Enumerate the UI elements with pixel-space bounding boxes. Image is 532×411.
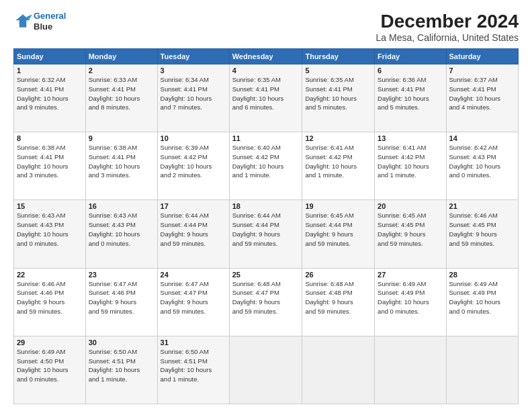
calendar-cell: 28Sunrise: 6:49 AMSunset: 4:49 PMDayligh… bbox=[446, 268, 518, 336]
page-subtitle: La Mesa, California, United States bbox=[376, 32, 519, 43]
col-tuesday: Tuesday bbox=[157, 49, 229, 64]
page: General Blue December 2024 La Mesa, Cali… bbox=[0, 0, 532, 411]
calendar-cell bbox=[375, 336, 446, 404]
day-info: Sunrise: 6:46 AMSunset: 4:46 PMDaylight:… bbox=[17, 279, 83, 316]
calendar-cell: 27Sunrise: 6:49 AMSunset: 4:49 PMDayligh… bbox=[375, 268, 446, 336]
day-info: Sunrise: 6:49 AMSunset: 4:50 PMDaylight:… bbox=[17, 347, 83, 384]
calendar-cell: 16Sunrise: 6:43 AMSunset: 4:43 PMDayligh… bbox=[85, 200, 157, 268]
day-info: Sunrise: 6:34 AMSunset: 4:41 PMDaylight:… bbox=[161, 75, 226, 112]
calendar-cell: 1Sunrise: 6:32 AMSunset: 4:41 PMDaylight… bbox=[14, 64, 86, 132]
day-number: 18 bbox=[232, 202, 300, 210]
calendar-body: 1Sunrise: 6:32 AMSunset: 4:41 PMDaylight… bbox=[14, 64, 519, 404]
day-info: Sunrise: 6:43 AMSunset: 4:43 PMDaylight:… bbox=[89, 211, 154, 248]
day-number: 13 bbox=[378, 134, 443, 142]
col-wednesday: Wednesday bbox=[229, 49, 302, 64]
day-info: Sunrise: 6:35 AMSunset: 4:41 PMDaylight:… bbox=[305, 75, 371, 112]
calendar-cell: 11Sunrise: 6:40 AMSunset: 4:42 PMDayligh… bbox=[229, 132, 302, 200]
day-number: 25 bbox=[232, 271, 300, 279]
col-saturday: Saturday bbox=[446, 49, 518, 64]
week-row-4: 22Sunrise: 6:46 AMSunset: 4:46 PMDayligh… bbox=[14, 268, 519, 336]
calendar-cell: 18Sunrise: 6:44 AMSunset: 4:44 PMDayligh… bbox=[229, 200, 302, 268]
day-info: Sunrise: 6:41 AMSunset: 4:42 PMDaylight:… bbox=[305, 143, 371, 180]
day-number: 17 bbox=[161, 202, 226, 210]
calendar-cell bbox=[302, 336, 375, 404]
calendar-cell: 24Sunrise: 6:47 AMSunset: 4:47 PMDayligh… bbox=[157, 268, 229, 336]
day-info: Sunrise: 6:38 AMSunset: 4:41 PMDaylight:… bbox=[17, 143, 83, 180]
day-number: 15 bbox=[17, 202, 83, 210]
calendar-cell: 19Sunrise: 6:45 AMSunset: 4:44 PMDayligh… bbox=[302, 200, 375, 268]
day-number: 8 bbox=[17, 134, 83, 142]
day-info: Sunrise: 6:49 AMSunset: 4:49 PMDaylight:… bbox=[378, 279, 443, 316]
col-friday: Friday bbox=[375, 49, 446, 64]
day-number: 5 bbox=[305, 66, 371, 75]
calendar-cell: 12Sunrise: 6:41 AMSunset: 4:42 PMDayligh… bbox=[302, 132, 375, 200]
day-number: 2 bbox=[89, 66, 154, 75]
day-number: 29 bbox=[17, 338, 83, 347]
calendar-cell: 6Sunrise: 6:36 AMSunset: 4:41 PMDaylight… bbox=[375, 64, 446, 132]
day-info: Sunrise: 6:50 AMSunset: 4:51 PMDaylight:… bbox=[89, 347, 154, 384]
calendar-cell: 15Sunrise: 6:43 AMSunset: 4:43 PMDayligh… bbox=[14, 200, 86, 268]
day-info: Sunrise: 6:32 AMSunset: 4:41 PMDaylight:… bbox=[17, 75, 83, 112]
day-info: Sunrise: 6:48 AMSunset: 4:48 PMDaylight:… bbox=[305, 279, 371, 316]
calendar-cell: 17Sunrise: 6:44 AMSunset: 4:44 PMDayligh… bbox=[157, 200, 229, 268]
logo: General Blue bbox=[13, 11, 66, 32]
day-info: Sunrise: 6:35 AMSunset: 4:41 PMDaylight:… bbox=[232, 75, 300, 112]
day-info: Sunrise: 6:36 AMSunset: 4:41 PMDaylight:… bbox=[378, 75, 443, 112]
day-number: 14 bbox=[449, 134, 515, 142]
day-info: Sunrise: 6:37 AMSunset: 4:41 PMDaylight:… bbox=[449, 75, 515, 112]
day-info: Sunrise: 6:38 AMSunset: 4:41 PMDaylight:… bbox=[89, 143, 154, 180]
day-info: Sunrise: 6:47 AMSunset: 4:47 PMDaylight:… bbox=[161, 279, 226, 316]
page-title: December 2024 bbox=[376, 11, 519, 32]
day-number: 6 bbox=[378, 66, 443, 75]
day-number: 27 bbox=[378, 271, 443, 279]
title-block: December 2024 La Mesa, California, Unite… bbox=[376, 11, 519, 43]
day-info: Sunrise: 6:39 AMSunset: 4:42 PMDaylight:… bbox=[161, 143, 226, 180]
day-number: 22 bbox=[17, 271, 83, 279]
calendar-cell: 8Sunrise: 6:38 AMSunset: 4:41 PMDaylight… bbox=[14, 132, 86, 200]
day-info: Sunrise: 6:45 AMSunset: 4:45 PMDaylight:… bbox=[378, 211, 443, 248]
calendar-cell: 2Sunrise: 6:33 AMSunset: 4:41 PMDaylight… bbox=[85, 64, 157, 132]
day-number: 19 bbox=[305, 202, 371, 210]
calendar-cell: 20Sunrise: 6:45 AMSunset: 4:45 PMDayligh… bbox=[375, 200, 446, 268]
day-number: 16 bbox=[89, 202, 154, 210]
day-info: Sunrise: 6:48 AMSunset: 4:47 PMDaylight:… bbox=[232, 279, 300, 316]
calendar-cell: 23Sunrise: 6:47 AMSunset: 4:46 PMDayligh… bbox=[85, 268, 157, 336]
calendar-cell: 7Sunrise: 6:37 AMSunset: 4:41 PMDaylight… bbox=[446, 64, 518, 132]
day-info: Sunrise: 6:33 AMSunset: 4:41 PMDaylight:… bbox=[89, 75, 154, 112]
day-number: 9 bbox=[89, 134, 154, 142]
header-row: Sunday Monday Tuesday Wednesday Thursday… bbox=[14, 49, 519, 64]
calendar-cell bbox=[229, 336, 302, 404]
day-number: 1 bbox=[17, 66, 83, 75]
calendar-cell: 29Sunrise: 6:49 AMSunset: 4:50 PMDayligh… bbox=[14, 336, 86, 404]
day-number: 7 bbox=[449, 66, 515, 75]
calendar-cell: 30Sunrise: 6:50 AMSunset: 4:51 PMDayligh… bbox=[85, 336, 157, 404]
day-info: Sunrise: 6:47 AMSunset: 4:46 PMDaylight:… bbox=[89, 279, 154, 316]
day-number: 28 bbox=[449, 271, 515, 279]
logo-text: General Blue bbox=[34, 11, 66, 32]
day-info: Sunrise: 6:46 AMSunset: 4:45 PMDaylight:… bbox=[449, 211, 515, 248]
calendar-cell: 14Sunrise: 6:42 AMSunset: 4:43 PMDayligh… bbox=[446, 132, 518, 200]
col-sunday: Sunday bbox=[14, 49, 86, 64]
col-monday: Monday bbox=[85, 49, 157, 64]
calendar-cell: 10Sunrise: 6:39 AMSunset: 4:42 PMDayligh… bbox=[157, 132, 229, 200]
day-number: 4 bbox=[232, 66, 300, 75]
calendar-cell: 4Sunrise: 6:35 AMSunset: 4:41 PMDaylight… bbox=[229, 64, 302, 132]
calendar-cell: 22Sunrise: 6:46 AMSunset: 4:46 PMDayligh… bbox=[14, 268, 86, 336]
day-number: 30 bbox=[89, 338, 154, 347]
day-info: Sunrise: 6:40 AMSunset: 4:42 PMDaylight:… bbox=[232, 143, 300, 180]
day-number: 31 bbox=[161, 338, 226, 347]
day-number: 24 bbox=[161, 271, 226, 279]
calendar-cell: 26Sunrise: 6:48 AMSunset: 4:48 PMDayligh… bbox=[302, 268, 375, 336]
calendar-cell: 3Sunrise: 6:34 AMSunset: 4:41 PMDaylight… bbox=[157, 64, 229, 132]
day-info: Sunrise: 6:44 AMSunset: 4:44 PMDaylight:… bbox=[161, 211, 226, 248]
day-info: Sunrise: 6:49 AMSunset: 4:49 PMDaylight:… bbox=[449, 279, 515, 316]
week-row-1: 1Sunrise: 6:32 AMSunset: 4:41 PMDaylight… bbox=[14, 64, 519, 132]
header: General Blue December 2024 La Mesa, Cali… bbox=[13, 11, 519, 43]
calendar-cell: 9Sunrise: 6:38 AMSunset: 4:41 PMDaylight… bbox=[85, 132, 157, 200]
calendar-cell: 31Sunrise: 6:50 AMSunset: 4:51 PMDayligh… bbox=[157, 336, 229, 404]
week-row-5: 29Sunrise: 6:49 AMSunset: 4:50 PMDayligh… bbox=[14, 336, 519, 404]
day-info: Sunrise: 6:44 AMSunset: 4:44 PMDaylight:… bbox=[232, 211, 300, 248]
day-info: Sunrise: 6:50 AMSunset: 4:51 PMDaylight:… bbox=[161, 347, 226, 384]
calendar-cell: 21Sunrise: 6:46 AMSunset: 4:45 PMDayligh… bbox=[446, 200, 518, 268]
calendar-cell: 5Sunrise: 6:35 AMSunset: 4:41 PMDaylight… bbox=[302, 64, 375, 132]
